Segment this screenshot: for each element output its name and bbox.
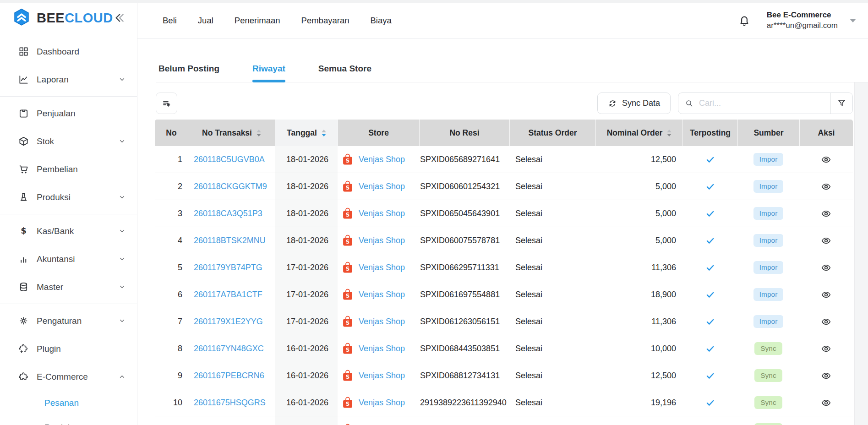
cell-aksi [799,362,853,389]
transaction-link[interactable]: 260118C5UGVB0A [194,155,265,164]
view-action-button[interactable] [819,207,833,221]
sidebar-item-label: Dashboard [37,47,126,57]
cell-terposting [682,281,737,308]
source-badge: Impor [753,288,784,301]
source-badge: Impor [753,315,784,328]
store-link[interactable]: Venjas Shop [359,182,405,191]
cell-sumber: Sync [737,389,799,416]
store-link[interactable]: Venjas Shop [359,209,405,218]
tab-belum-posting[interactable]: Belum Posting [156,64,222,82]
sidebar-item-laporan[interactable]: Laporan [0,65,137,93]
sidebar-item-produksi[interactable]: Produksi [0,183,137,211]
collapse-sidebar-button[interactable] [113,10,128,26]
topnav-item-jual[interactable]: Jual [198,16,213,26]
cell-aksi [799,335,853,362]
eye-icon [821,235,831,246]
store-link[interactable]: Venjas Shop [359,155,405,164]
transaction-link[interactable]: 2601179X1E2YYG [194,317,263,327]
chevron-down-icon [118,76,126,83]
shopee-icon [341,396,354,409]
cell-no: 4 [155,227,188,254]
sidebar-item-pesanan[interactable]: Pesanan [0,391,137,415]
transaction-link[interactable]: 260118CA3Q51P3 [194,209,262,218]
header-cell-nominal-order[interactable]: Nominal Order [595,120,682,146]
tab-riwayat[interactable]: Riwayat [250,64,288,82]
cell-no-resi: 2919389223611392940 [419,389,509,416]
transaction-link[interactable]: 2601167YN48GXC [194,344,264,354]
topnav-item-biaya[interactable]: Biaya [370,16,391,26]
topnav-item-beli[interactable]: Beli [163,16,177,26]
sidebar-item-pengaturan[interactable]: Pengaturan [0,307,137,335]
posted-check-icon [705,290,715,300]
tab-semua-store[interactable]: Semua Store [316,64,374,82]
sidebar-item-kas-bank[interactable]: Kas/Bank [0,217,137,245]
cell-nominal-order: 10,000 [595,335,682,362]
transaction-link[interactable]: 260118BTSK2MNU [194,236,266,245]
sidebar-item-label: Penjualan [37,109,126,119]
sidebar-item-akuntansi[interactable]: Akuntansi [0,245,137,273]
cell-aksi [799,146,853,173]
view-action-button[interactable] [819,342,833,356]
sidebar-item-produk[interactable]: Produk [0,415,137,425]
sync-data-button[interactable]: Sync Data [597,93,671,114]
cell-no-transaksi: 26011675HSQGRS [188,389,275,416]
view-action-button[interactable] [819,180,833,194]
sidebar-item-penjualan[interactable]: Penjualan [0,99,137,127]
cell-store: Venjas Shop [338,146,419,173]
cell-no [155,416,188,425]
transaction-link[interactable]: 260117A7BA1CTF [194,290,262,300]
store-link[interactable]: Venjas Shop [359,317,405,327]
topnav-item-penerimaan[interactable]: Penerimaan [235,16,280,26]
store-link[interactable]: Venjas Shop [359,236,405,245]
sidebar-item-stok[interactable]: Stok [0,127,137,155]
posted-check-icon [705,236,715,245]
cell-store: Venjas Shop [338,200,419,227]
topnav-item-pembayaran[interactable]: Pembayaran [301,16,349,26]
sidebar-item-pembelian[interactable]: Pembelian [0,155,137,183]
sidebar-item-e-commerce[interactable]: E-Commerce [0,363,137,391]
cell-nominal-order: 11,306 [595,308,682,335]
transaction-link[interactable]: 26011675HSQGRS [194,398,266,408]
store-link[interactable]: Venjas Shop [359,371,405,381]
store-link[interactable]: Venjas Shop [359,290,405,300]
cell-store: Venjas Shop [338,281,419,308]
cell-sumber: Impor [737,227,799,254]
view-action-button[interactable] [819,315,833,329]
view-action-button[interactable] [819,153,833,167]
sidebar-item-dashboard[interactable]: Dashboard [0,38,137,65]
transaction-link[interactable]: 2601179YB74PTG [194,263,262,272]
cell-nominal-order: 11,306 [595,254,682,281]
search-input[interactable] [698,98,825,109]
account-menu[interactable]: Bee E-Commerce ar****un@gmail.com [767,10,856,31]
view-action-button[interactable] [819,234,833,248]
sidebar-divider [0,304,137,304]
notification-bell-icon[interactable] [737,14,751,27]
filter-button[interactable] [830,93,852,114]
view-action-button[interactable] [819,288,833,302]
header-cell-tanggal[interactable]: Tanggal [275,120,338,146]
header-cell-no-transaksi[interactable]: No Transaksi [188,120,275,146]
sort-arrows-icon [667,130,671,136]
view-action-button[interactable] [819,261,833,275]
chevron-down-icon [118,317,126,325]
transaction-link[interactable]: 260118CKGGKTM9 [194,182,267,191]
cell-no-resi: SPXID060075578781 [419,227,509,254]
cell-terposting [682,389,737,416]
store-link[interactable]: Venjas Shop [359,344,405,354]
sidebar: BEECLOUD DashboardLaporanPenjualanStokPe… [0,3,137,425]
transaction-link[interactable]: 2601167PEBCRN6 [194,371,264,381]
store-link[interactable]: Venjas Shop [359,263,405,272]
header-cell-store: Store [338,120,419,146]
view-action-button[interactable] [819,423,833,425]
sidebar-item-plugin[interactable]: Plugin [0,335,137,363]
chevron-down-icon [118,283,126,291]
column-settings-button[interactable] [156,93,177,114]
view-action-button[interactable] [819,396,833,410]
cell-nominal-order: 18,900 [595,281,682,308]
cell-tanggal: 18-01-2026 [275,146,338,173]
view-action-button[interactable] [819,369,833,383]
store-link[interactable]: Venjas Shop [359,398,405,408]
cell-no-resi: SPXID068443503851 [419,335,509,362]
sidebar-item-master[interactable]: Master [0,273,137,301]
header-label: Nominal Order [607,128,663,138]
